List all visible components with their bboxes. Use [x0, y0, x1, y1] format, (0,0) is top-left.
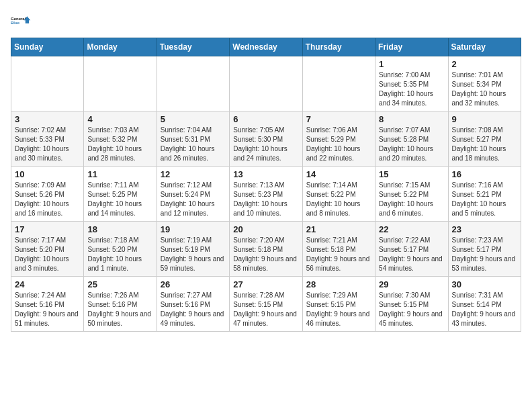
logo-icon: GeneralBlue [11, 11, 31, 31]
day-number: 9 [452, 114, 517, 124]
calendar-cell: 14Sunrise: 7:14 AM Sunset: 5:22 PM Dayli… [302, 167, 375, 222]
day-info: Sunrise: 7:05 AM Sunset: 5:30 PM Dayligh… [233, 126, 298, 163]
calendar-cell: 13Sunrise: 7:13 AM Sunset: 5:23 PM Dayli… [230, 167, 302, 222]
day-number: 24 [15, 279, 80, 289]
calendar-cell [11, 56, 84, 111]
day-info: Sunrise: 7:01 AM Sunset: 5:34 PM Dayligh… [452, 71, 517, 108]
weekday-header-wednesday: Wednesday [230, 38, 302, 56]
calendar-cell: 12Sunrise: 7:12 AM Sunset: 5:24 PM Dayli… [157, 167, 229, 222]
calendar-cell [84, 56, 157, 111]
day-info: Sunrise: 7:16 AM Sunset: 5:21 PM Dayligh… [452, 181, 517, 218]
day-info: Sunrise: 7:00 AM Sunset: 5:35 PM Dayligh… [379, 71, 444, 108]
day-info: Sunrise: 7:07 AM Sunset: 5:28 PM Dayligh… [379, 126, 444, 163]
day-number: 15 [379, 169, 444, 179]
day-info: Sunrise: 7:28 AM Sunset: 5:15 PM Dayligh… [233, 291, 298, 328]
day-number: 17 [15, 224, 80, 234]
day-info: Sunrise: 7:13 AM Sunset: 5:23 PM Dayligh… [233, 181, 298, 218]
calendar-cell: 8Sunrise: 7:07 AM Sunset: 5:28 PM Daylig… [375, 111, 448, 167]
calendar-cell: 9Sunrise: 7:08 AM Sunset: 5:27 PM Daylig… [448, 111, 521, 167]
calendar-cell: 4Sunrise: 7:03 AM Sunset: 5:32 PM Daylig… [84, 111, 157, 167]
day-info: Sunrise: 7:30 AM Sunset: 5:15 PM Dayligh… [379, 291, 444, 328]
day-number: 14 [306, 169, 371, 179]
day-number: 8 [379, 114, 444, 124]
calendar-week-row: 24Sunrise: 7:24 AM Sunset: 5:16 PM Dayli… [11, 277, 521, 332]
calendar-week-row: 3Sunrise: 7:02 AM Sunset: 5:33 PM Daylig… [11, 111, 521, 167]
day-number: 18 [87, 224, 152, 234]
calendar-body: 1Sunrise: 7:00 AM Sunset: 5:35 PM Daylig… [11, 56, 521, 332]
day-number: 21 [306, 224, 371, 234]
day-info: Sunrise: 7:04 AM Sunset: 5:31 PM Dayligh… [161, 126, 226, 163]
calendar-cell: 20Sunrise: 7:20 AM Sunset: 5:18 PM Dayli… [230, 222, 302, 277]
calendar-cell: 21Sunrise: 7:21 AM Sunset: 5:18 PM Dayli… [302, 222, 375, 277]
day-number: 23 [452, 224, 517, 234]
day-info: Sunrise: 7:09 AM Sunset: 5:26 PM Dayligh… [15, 181, 80, 218]
day-number: 22 [379, 224, 444, 234]
calendar-cell: 10Sunrise: 7:09 AM Sunset: 5:26 PM Dayli… [11, 167, 84, 222]
calendar-cell: 16Sunrise: 7:16 AM Sunset: 5:21 PM Dayli… [448, 167, 521, 222]
calendar-cell: 24Sunrise: 7:24 AM Sunset: 5:16 PM Dayli… [11, 277, 84, 332]
day-number: 25 [87, 279, 152, 289]
calendar-cell [157, 56, 229, 111]
day-info: Sunrise: 7:31 AM Sunset: 5:14 PM Dayligh… [452, 291, 517, 328]
weekday-header-monday: Monday [84, 38, 157, 56]
weekday-header-saturday: Saturday [448, 38, 521, 56]
day-number: 26 [161, 279, 226, 289]
calendar-cell: 6Sunrise: 7:05 AM Sunset: 5:30 PM Daylig… [230, 111, 302, 167]
day-info: Sunrise: 7:02 AM Sunset: 5:33 PM Dayligh… [15, 126, 80, 163]
day-info: Sunrise: 7:18 AM Sunset: 5:20 PM Dayligh… [87, 236, 152, 273]
weekday-header-thursday: Thursday [302, 38, 375, 56]
calendar-cell: 18Sunrise: 7:18 AM Sunset: 5:20 PM Dayli… [84, 222, 157, 277]
weekday-header-tuesday: Tuesday [157, 38, 229, 56]
day-info: Sunrise: 7:17 AM Sunset: 5:20 PM Dayligh… [15, 236, 80, 273]
calendar-cell [230, 56, 302, 111]
calendar-week-row: 17Sunrise: 7:17 AM Sunset: 5:20 PM Dayli… [11, 222, 521, 277]
weekday-header-friday: Friday [375, 38, 448, 56]
day-info: Sunrise: 7:08 AM Sunset: 5:27 PM Dayligh… [452, 126, 517, 163]
day-number: 27 [233, 279, 298, 289]
day-number: 4 [87, 114, 152, 124]
day-info: Sunrise: 7:11 AM Sunset: 5:25 PM Dayligh… [87, 181, 152, 218]
day-number: 2 [452, 59, 517, 69]
calendar-cell: 22Sunrise: 7:22 AM Sunset: 5:17 PM Dayli… [375, 222, 448, 277]
calendar-cell: 17Sunrise: 7:17 AM Sunset: 5:20 PM Dayli… [11, 222, 84, 277]
day-info: Sunrise: 7:27 AM Sunset: 5:16 PM Dayligh… [161, 291, 226, 328]
calendar-cell [302, 56, 375, 111]
day-info: Sunrise: 7:03 AM Sunset: 5:32 PM Dayligh… [87, 126, 152, 163]
day-info: Sunrise: 7:26 AM Sunset: 5:16 PM Dayligh… [87, 291, 152, 328]
calendar-cell: 26Sunrise: 7:27 AM Sunset: 5:16 PM Dayli… [157, 277, 229, 332]
page-header: GeneralBlue [11, 11, 521, 31]
day-number: 13 [233, 169, 298, 179]
calendar-cell: 29Sunrise: 7:30 AM Sunset: 5:15 PM Dayli… [375, 277, 448, 332]
day-number: 5 [161, 114, 226, 124]
day-info: Sunrise: 7:20 AM Sunset: 5:18 PM Dayligh… [233, 236, 298, 273]
calendar-cell: 23Sunrise: 7:23 AM Sunset: 5:17 PM Dayli… [448, 222, 521, 277]
day-number: 28 [306, 279, 371, 289]
weekday-header-row: SundayMondayTuesdayWednesdayThursdayFrid… [11, 38, 521, 56]
calendar-cell: 2Sunrise: 7:01 AM Sunset: 5:34 PM Daylig… [448, 56, 521, 111]
day-info: Sunrise: 7:06 AM Sunset: 5:29 PM Dayligh… [306, 126, 371, 163]
calendar-cell: 7Sunrise: 7:06 AM Sunset: 5:29 PM Daylig… [302, 111, 375, 167]
day-number: 11 [87, 169, 152, 179]
day-number: 29 [379, 279, 444, 289]
weekday-header-sunday: Sunday [11, 38, 84, 56]
calendar-cell: 11Sunrise: 7:11 AM Sunset: 5:25 PM Dayli… [84, 167, 157, 222]
svg-text:Blue: Blue [11, 21, 20, 25]
calendar-week-row: 10Sunrise: 7:09 AM Sunset: 5:26 PM Dayli… [11, 167, 521, 222]
day-number: 12 [161, 169, 226, 179]
day-info: Sunrise: 7:14 AM Sunset: 5:22 PM Dayligh… [306, 181, 371, 218]
day-info: Sunrise: 7:22 AM Sunset: 5:17 PM Dayligh… [379, 236, 444, 273]
calendar-cell: 30Sunrise: 7:31 AM Sunset: 5:14 PM Dayli… [448, 277, 521, 332]
svg-text:General: General [11, 17, 26, 21]
day-info: Sunrise: 7:29 AM Sunset: 5:15 PM Dayligh… [306, 291, 371, 328]
calendar-cell: 28Sunrise: 7:29 AM Sunset: 5:15 PM Dayli… [302, 277, 375, 332]
calendar-header: SundayMondayTuesdayWednesdayThursdayFrid… [11, 38, 521, 56]
calendar-cell: 3Sunrise: 7:02 AM Sunset: 5:33 PM Daylig… [11, 111, 84, 167]
calendar-week-row: 1Sunrise: 7:00 AM Sunset: 5:35 PM Daylig… [11, 56, 521, 111]
day-info: Sunrise: 7:23 AM Sunset: 5:17 PM Dayligh… [452, 236, 517, 273]
day-number: 20 [233, 224, 298, 234]
day-number: 7 [306, 114, 371, 124]
logo: GeneralBlue [11, 11, 31, 31]
calendar-cell: 5Sunrise: 7:04 AM Sunset: 5:31 PM Daylig… [157, 111, 229, 167]
day-info: Sunrise: 7:21 AM Sunset: 5:18 PM Dayligh… [306, 236, 371, 273]
calendar-cell: 15Sunrise: 7:15 AM Sunset: 5:22 PM Dayli… [375, 167, 448, 222]
